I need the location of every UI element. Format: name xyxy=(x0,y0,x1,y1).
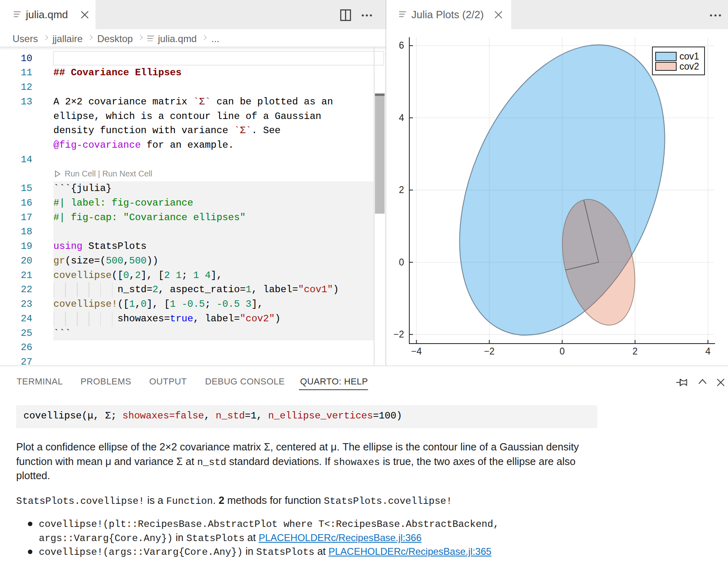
svg-text:cov1: cov1 xyxy=(679,51,699,62)
svg-text:−2: −2 xyxy=(484,346,495,357)
svg-text:2: 2 xyxy=(633,346,638,357)
svg-text:−4: −4 xyxy=(411,346,421,357)
svg-text:4: 4 xyxy=(705,346,711,357)
svg-text:4: 4 xyxy=(399,113,404,123)
svg-text:0: 0 xyxy=(399,257,404,268)
svg-text:6: 6 xyxy=(399,40,404,51)
svg-text:0: 0 xyxy=(560,346,565,357)
svg-text:−2: −2 xyxy=(394,329,404,340)
svg-text:cov2: cov2 xyxy=(679,61,699,72)
svg-text:2: 2 xyxy=(399,185,404,195)
